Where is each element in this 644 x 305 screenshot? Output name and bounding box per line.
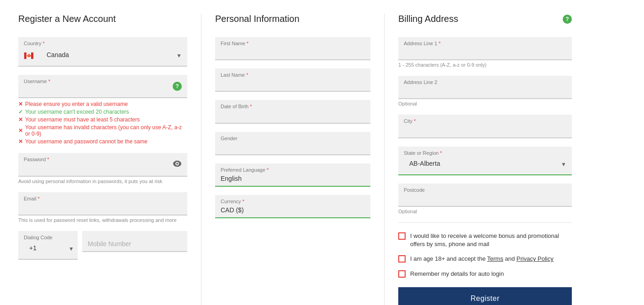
remember-checkbox-item: Remember my details for auto login bbox=[398, 270, 572, 278]
address2-label: Address Line 2 bbox=[398, 76, 572, 85]
age-checkbox[interactable] bbox=[398, 255, 406, 263]
country-select-wrapper: 🍁 Canada United States United Kingdom Au… bbox=[18, 47, 187, 66]
dialing-dropdown-arrow: ▼ bbox=[69, 246, 74, 252]
last-name-field: Last Name * bbox=[215, 68, 370, 92]
postcode-label: Postcode bbox=[398, 184, 572, 193]
email-field-container: Email * bbox=[18, 192, 187, 216]
billing-help-icon[interactable]: ? bbox=[563, 15, 572, 24]
middle-section-title: Personal Information bbox=[215, 14, 370, 24]
address1-hint: 1 - 255 characters (A-Z, a-z or 0-9 only… bbox=[398, 62, 572, 68]
last-name-input[interactable] bbox=[215, 78, 370, 91]
address1-group: Address Line 1 * 1 - 255 characters (A-Z… bbox=[398, 37, 572, 68]
currency-input[interactable] bbox=[215, 205, 370, 217]
country-select[interactable]: Canada United States United Kingdom Aust… bbox=[41, 49, 173, 62]
terms-link[interactable]: Terms bbox=[487, 255, 503, 262]
validation-icon-5: ✕ bbox=[18, 138, 23, 145]
username-validations: ✕ Please ensure you enter a valid userna… bbox=[18, 101, 187, 145]
promo-checkbox[interactable] bbox=[398, 232, 406, 240]
remember-checkbox[interactable] bbox=[398, 270, 406, 278]
currency-label: Currency * bbox=[215, 195, 370, 205]
address1-input[interactable] bbox=[398, 47, 572, 59]
page-container: Register a New Account Country * 🍁 Canad… bbox=[0, 0, 644, 305]
validation-icon-4: ✕ bbox=[18, 127, 23, 134]
mobile-number-input[interactable] bbox=[82, 231, 187, 251]
language-input[interactable] bbox=[215, 173, 370, 186]
remember-checkbox-label: Remember my details for auto login bbox=[410, 270, 504, 278]
email-input[interactable] bbox=[18, 202, 187, 215]
validation-icon-1: ✕ bbox=[18, 101, 23, 107]
currency-field: Currency * bbox=[215, 195, 370, 218]
validation-item-5: ✕ Your username and password cannot be t… bbox=[18, 138, 187, 145]
checkbox-divider bbox=[398, 222, 572, 223]
language-field: Preferred Language * bbox=[215, 163, 370, 187]
email-hint: This is used for password reset links, w… bbox=[18, 217, 187, 223]
register-button[interactable]: Register bbox=[398, 287, 572, 305]
dob-label: Date of Birth * bbox=[215, 100, 370, 110]
left-column: Register a New Account Country * 🍁 Canad… bbox=[18, 14, 196, 305]
username-help-icon[interactable]: ? bbox=[173, 82, 182, 91]
first-name-group: First Name * bbox=[215, 37, 370, 60]
last-name-group: Last Name * bbox=[215, 68, 370, 92]
age-checkbox-item: I am age 18+ and accept the Terms and Pr… bbox=[398, 255, 572, 263]
username-field-container: Username * ? bbox=[18, 75, 187, 98]
billing-section-title: Billing Address bbox=[398, 14, 458, 24]
first-name-field: First Name * bbox=[215, 37, 370, 60]
validation-item-3: ✕ Your username must have at least 5 cha… bbox=[18, 116, 187, 123]
language-label: Preferred Language * bbox=[215, 163, 370, 173]
email-label: Email * bbox=[18, 192, 187, 202]
privacy-link[interactable]: Privacy Policy bbox=[517, 255, 554, 262]
dob-input[interactable] bbox=[215, 110, 370, 123]
last-name-label: Last Name * bbox=[215, 68, 370, 78]
promo-checkbox-label: I would like to receive a welcome bonus … bbox=[410, 232, 572, 248]
address1-label: Address Line 1 * bbox=[398, 37, 572, 47]
address2-field: Address Line 2 bbox=[398, 76, 572, 99]
password-label: Password * bbox=[18, 153, 187, 163]
address2-input[interactable] bbox=[398, 85, 572, 98]
state-group: State or Region * AB-Alberta BC-British … bbox=[398, 147, 572, 175]
state-select[interactable]: AB-Alberta BC-British Columbia ON-Ontari… bbox=[404, 158, 561, 171]
state-dropdown-arrow: ▼ bbox=[561, 161, 566, 168]
gender-group: Gender bbox=[215, 132, 370, 155]
username-input[interactable] bbox=[18, 84, 187, 97]
first-name-input[interactable] bbox=[215, 47, 370, 59]
country-label: Country * bbox=[18, 37, 187, 47]
city-input[interactable] bbox=[398, 125, 572, 137]
dob-field: Date of Birth * bbox=[215, 100, 370, 123]
password-toggle-icon[interactable] bbox=[173, 160, 182, 168]
language-group: Preferred Language * bbox=[215, 163, 370, 187]
country-dropdown-arrow: ▼ bbox=[176, 53, 182, 59]
checkbox-section: I would like to receive a welcome bonus … bbox=[398, 232, 572, 278]
age-checkbox-label: I am age 18+ and accept the Terms and Pr… bbox=[410, 255, 554, 263]
dob-group: Date of Birth * bbox=[215, 100, 370, 123]
state-label: State or Region * bbox=[398, 147, 572, 156]
dialing-code-field: Dialing Code +1 +44 +61 ▼ bbox=[18, 231, 78, 260]
validation-item-1: ✕ Please ensure you enter a valid userna… bbox=[18, 101, 187, 107]
username-label: Username * bbox=[18, 75, 187, 84]
password-input[interactable] bbox=[18, 163, 187, 176]
postcode-field: Postcode bbox=[398, 184, 572, 207]
postcode-hint: Optional bbox=[398, 209, 572, 214]
mobile-field-container bbox=[82, 231, 187, 252]
postcode-input[interactable] bbox=[398, 193, 572, 206]
middle-column: Personal Information First Name * Last N… bbox=[206, 14, 380, 305]
address2-group: Address Line 2 Optional bbox=[398, 76, 572, 106]
gender-label: Gender bbox=[215, 132, 370, 142]
city-field: City * bbox=[398, 115, 572, 138]
username-group: Username * ? ✕ Please ensure you enter a… bbox=[18, 75, 187, 145]
dialing-code-select[interactable]: +1 +44 +61 bbox=[24, 242, 67, 255]
city-group: City * bbox=[398, 115, 572, 138]
promo-checkbox-item: I would like to receive a welcome bonus … bbox=[398, 232, 572, 248]
dialing-code-wrapper: Dialing Code +1 +44 +61 ▼ bbox=[18, 231, 78, 260]
postcode-group: Postcode Optional bbox=[398, 184, 572, 214]
validation-icon-3: ✕ bbox=[18, 116, 23, 123]
gender-input[interactable] bbox=[215, 142, 370, 154]
left-section-title: Register a New Account bbox=[18, 14, 187, 24]
validation-item-2: ✓ Your username can't exceed 20 characte… bbox=[18, 109, 187, 115]
email-group: Email * This is used for password reset … bbox=[18, 192, 187, 223]
left-middle-divider bbox=[201, 14, 201, 305]
address2-hint: Optional bbox=[398, 101, 572, 106]
first-name-label: First Name * bbox=[215, 37, 370, 47]
password-group: Password * Avoid using personal informat… bbox=[18, 153, 187, 184]
phone-group: Dialing Code +1 +44 +61 ▼ bbox=[18, 231, 187, 260]
city-label: City * bbox=[398, 115, 572, 124]
